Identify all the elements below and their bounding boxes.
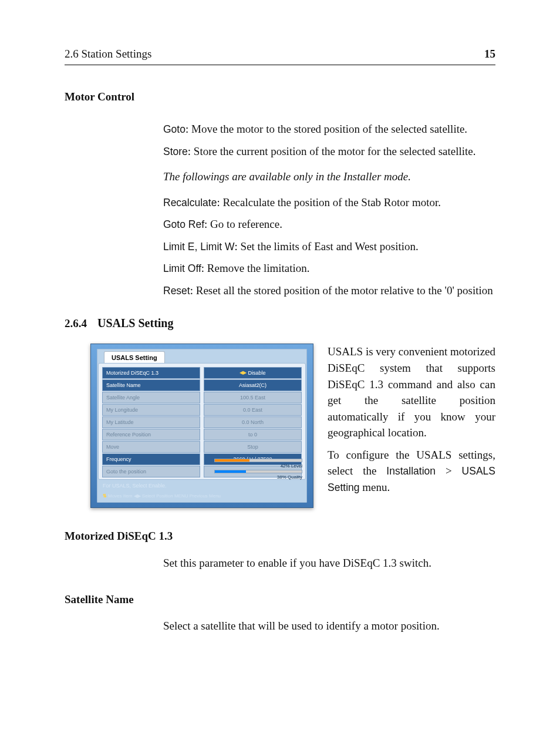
row-value: 0.0 North [204,416,302,428]
quality-label: 38% Quality [214,474,302,481]
desc-goto: : Move the motor to the stored position … [185,123,467,135]
term-store: Store [163,146,188,157]
motor-limitoff: Limit Off: Remove the limitation. [163,260,495,277]
usals-paragraph-2: To configure the USALS settings, select … [328,447,495,496]
arrows-icon: ◀▶ [239,369,247,377]
usals-text-column: USALS is very convenient motorized DiSEq… [328,344,495,508]
screenshot-hint: For USALS, Select Enable. [103,482,167,490]
term-reset: Reset [163,285,190,297]
row-label: Goto the position [102,466,200,477]
page-number: 15 [484,46,495,62]
desc-reset: : Reset all the stored position of the m… [190,284,493,297]
level-bar [214,459,302,462]
usals-two-column: USALS Setting Motorized DiSEqC 1.3 ◀▶ Di… [90,344,495,508]
row-label: Move [102,441,200,453]
term-limitew: Limit E, Limit W [163,241,235,253]
subsection-number: 2.6.4 [65,317,87,329]
heading-motor-control: Motor Control [65,89,495,105]
table-row: My Longitude 0.0 East [102,404,302,416]
usals-screenshot: USALS Setting Motorized DiSEqC 1.3 ◀▶ Di… [90,344,313,508]
installer-mode-note: The followings are available only in the… [163,169,495,185]
updown-icon: ⇅ [103,493,107,499]
desc-recalculate: : Recalculate the position of the Stab R… [217,196,441,208]
heading-satellite-name: Satellite Name [65,591,495,608]
subsection-title: USALS Setting [97,317,173,329]
desc-gotoref: : Go to reference. [204,218,282,230]
screenshot-hint-bar: ⇅Moves Item ◀▶ Select Position MENU Prev… [103,493,221,500]
desc-store: : Store the current position of the moto… [188,145,476,157]
term-gotoref: Goto Ref [163,218,204,230]
hint-bar-text: Moves Item ◀▶ Select Position MENU Previ… [108,493,221,499]
motor-gotoref: Goto Ref: Go to reference. [163,216,495,233]
heading-motorized-diseqc: Motorized DiSEqC 1.3 [65,528,495,544]
term-limitoff: Limit Off [163,263,201,274]
p2-e: menu. [359,481,390,493]
body-motorized-diseqc: Set this parameter to enable if you have… [163,555,495,571]
desc-limitew: : Set the limits of East and West positi… [235,240,419,253]
p2-gt: > [436,465,462,477]
row-label: My Longitude [102,404,200,416]
desc-limitoff: : Remove the limitation. [201,262,310,274]
row-label: Satellite Name [102,379,200,391]
row-label: Satellite Angle [102,392,200,403]
table-row: Move Stop [102,441,302,453]
motor-control-list-2: Recalculate: Recalculate the position of… [163,194,495,299]
motor-goto: Goto: Move the motor to the stored posit… [163,121,495,137]
row-value: 100.5 East [204,392,302,403]
row-value: 0.0 East [204,404,302,416]
motor-store: Store: Store the current position of the… [163,143,495,160]
usals-paragraph-1: USALS is very convenient motorized DiSEq… [328,344,495,440]
term-goto: Goto [163,123,185,135]
table-row: My Latitude 0.0 North [102,416,302,428]
row-value: Stop [204,441,302,453]
signal-meter: 42% Level 38% Quality [214,459,302,480]
row-label: Frequency [102,453,200,465]
subsection-usals-heading: 2.6.4USALS Setting [65,315,495,332]
table-row: Satellite Name Asiasat2(C) [102,379,302,391]
motor-control-list: Goto: Move the motor to the stored posit… [163,121,495,159]
quality-bar [214,470,302,473]
row-label: My Latitude [102,416,200,428]
row-value: to 0 [204,429,302,440]
running-head-left: 2.6 Station Settings [65,46,151,62]
term-recalculate: Recalculate [163,197,217,208]
running-head: 2.6 Station Settings 15 [65,46,495,65]
motor-recalculate: Recalculate: Recalculate the position of… [163,194,495,211]
level-label: 42% Level [214,463,302,470]
row-value: Asiasat2(C) [204,379,302,391]
row-label: Reference Position [102,429,200,440]
p2-installation: Installation [386,465,436,477]
motor-reset: Reset: Reset all the stored position of … [163,282,495,299]
table-row: Satellite Angle 100.5 East [102,392,302,403]
row-value-text: Disable [248,370,265,376]
table-row: Motorized DiSEqC 1.3 ◀▶ Disable [102,367,302,379]
body-satellite-name: Select a satellite that will be used to … [163,618,495,634]
page: 2.6 Station Settings 15 Motor Control Go… [0,0,560,747]
motor-limitew: Limit E, Limit W: Set the limits of East… [163,238,495,255]
row-label: Motorized DiSEqC 1.3 [102,367,200,379]
table-row: Reference Position to 0 [102,429,302,440]
row-value: ◀▶ Disable [204,367,302,379]
